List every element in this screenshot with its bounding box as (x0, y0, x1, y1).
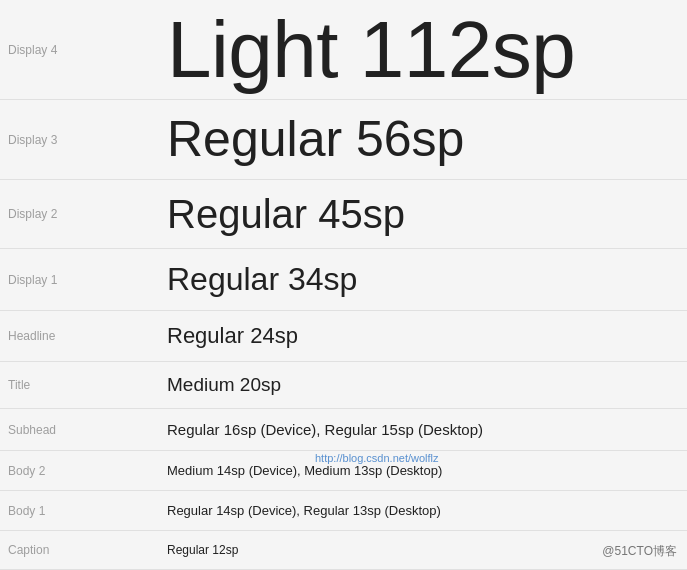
type-row-display3: Display 3 Regular 56sp (0, 100, 687, 180)
sample-body2: Medium 14sp (Device), Medium 13sp (Deskt… (155, 459, 687, 482)
sample-display1: Regular 34sp (155, 257, 687, 302)
type-row-body2: Body 2 Medium 14sp (Device), Medium 13sp… (0, 451, 687, 491)
label-title: Title (0, 378, 155, 392)
sample-body1: Regular 14sp (Device), Regular 13sp (Des… (155, 499, 687, 522)
label-display4: Display 4 (0, 43, 155, 57)
sample-display2: Regular 45sp (155, 188, 687, 240)
sample-headline: Regular 24sp (155, 319, 687, 353)
label-display1: Display 1 (0, 273, 155, 287)
label-display3: Display 3 (0, 133, 155, 147)
type-row-title: Title Medium 20sp (0, 362, 687, 409)
sample-subhead: Regular 16sp (Device), Regular 15sp (Des… (155, 417, 687, 442)
type-row-display2: Display 2 Regular 45sp (0, 180, 687, 249)
typography-table: Display 4 Light 112sp Display 3 Regular … (0, 0, 687, 570)
type-row-body1: Body 1 Regular 14sp (Device), Regular 13… (0, 491, 687, 531)
branding-label: @51CTO博客 (602, 543, 677, 560)
label-display2: Display 2 (0, 207, 155, 221)
type-row-caption: Caption Regular 12sp (0, 531, 687, 570)
sample-display4: Light 112sp (155, 2, 687, 98)
type-row-headline: Headline Regular 24sp (0, 311, 687, 362)
label-body1: Body 1 (0, 504, 155, 518)
label-body2: Body 2 (0, 464, 155, 478)
label-subhead: Subhead (0, 423, 155, 437)
type-row-display4: Display 4 Light 112sp (0, 0, 687, 100)
label-caption: Caption (0, 543, 155, 557)
sample-display3: Regular 56sp (155, 108, 687, 171)
type-row-display1: Display 1 Regular 34sp http://blog.csdn.… (0, 249, 687, 311)
sample-title: Medium 20sp (155, 370, 687, 400)
label-headline: Headline (0, 329, 155, 343)
type-row-subhead: Subhead Regular 16sp (Device), Regular 1… (0, 409, 687, 451)
